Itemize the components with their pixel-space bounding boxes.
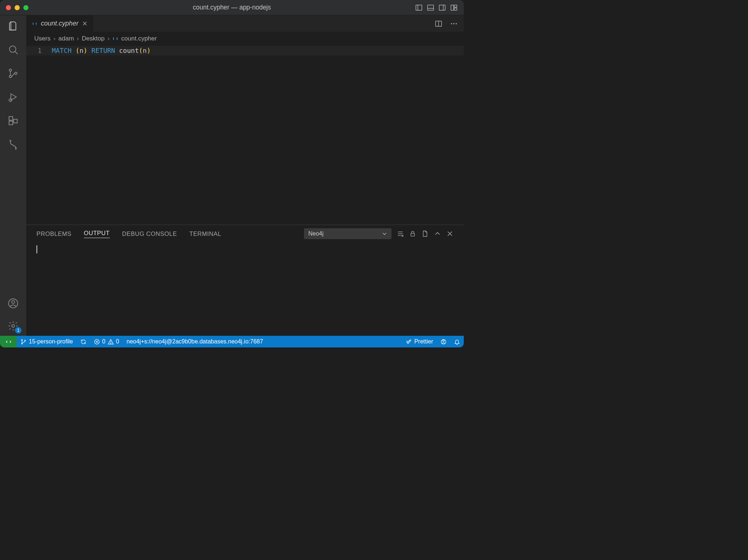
explorer-icon[interactable]: [8, 20, 19, 31]
error-count: 0: [102, 338, 105, 345]
output-channel-value: Neo4j: [308, 230, 324, 237]
prettier-label: Prettier: [414, 338, 433, 345]
close-tab-icon[interactable]: [82, 21, 88, 26]
notifications-item[interactable]: [450, 336, 464, 347]
vscode-window: count.cypher — app-nodejs 1: [0, 0, 464, 347]
svg-point-41: [24, 340, 26, 341]
panel-tab-terminal[interactable]: TERMINAL: [189, 230, 221, 237]
breadcrumb[interactable]: Users › adam › Desktop › count.cypher: [26, 32, 464, 45]
window-title: count.cypher — app-nodejs: [193, 4, 271, 11]
sync-icon: [80, 339, 86, 345]
breadcrumb-seg[interactable]: Users: [34, 35, 50, 42]
tab-label: count.cypher: [41, 20, 78, 27]
activity-bar: 1: [0, 15, 26, 336]
customize-layout-icon[interactable]: [450, 4, 458, 12]
breadcrumb-seg[interactable]: adam: [58, 35, 74, 42]
svg-rect-18: [14, 119, 17, 123]
svg-point-28: [451, 23, 452, 24]
branch-name: 15-person-profile: [29, 338, 73, 345]
cypher-file-icon: [112, 36, 118, 42]
svg-point-39: [22, 339, 23, 341]
maximize-panel-icon[interactable]: [434, 230, 441, 237]
chevron-down-icon: [382, 231, 387, 236]
output-channel-select[interactable]: Neo4j: [304, 228, 392, 239]
tab-bar: count.cypher: [26, 15, 464, 32]
panel-tab-debug-console[interactable]: DEBUG CONSOLE: [122, 230, 177, 237]
panel-tabs: PROBLEMS OUTPUT DEBUG CONSOLE TERMINAL N…: [26, 225, 464, 242]
panel-tab-output[interactable]: OUTPUT: [84, 230, 110, 238]
svg-point-29: [453, 23, 454, 24]
feedback-item[interactable]: [437, 336, 450, 347]
neo4j-connection-item[interactable]: neo4j+s://neo4j@2ac9b0be.databases.neo4j…: [123, 336, 267, 347]
feedback-icon: [440, 339, 447, 345]
bell-icon: [454, 339, 460, 345]
clear-output-icon[interactable]: [397, 230, 404, 237]
code-content[interactable]: MATCH (n) RETURN count(n): [52, 45, 464, 225]
open-log-file-icon[interactable]: [421, 230, 429, 237]
warning-count: 0: [116, 338, 119, 345]
run-debug-icon[interactable]: [8, 92, 19, 102]
svg-line-10: [15, 51, 18, 54]
svg-point-12: [9, 75, 11, 78]
svg-rect-17: [9, 121, 13, 125]
output-body[interactable]: [26, 242, 464, 336]
toggle-primary-sidebar-icon[interactable]: [415, 4, 423, 12]
output-cursor: [36, 245, 37, 253]
close-panel-icon[interactable]: [446, 230, 454, 237]
search-icon[interactable]: [8, 44, 19, 55]
svg-point-13: [15, 72, 17, 74]
svg-rect-8: [454, 8, 457, 10]
neo4j-icon[interactable]: [8, 139, 19, 150]
svg-rect-6: [451, 5, 454, 10]
sync-item[interactable]: [77, 336, 90, 347]
svg-rect-36: [411, 233, 415, 236]
remote-icon: [5, 339, 12, 345]
titlebar-layout-actions: [415, 4, 464, 12]
bottom-panel: PROBLEMS OUTPUT DEBUG CONSOLE TERMINAL N…: [26, 225, 464, 336]
editor-group: count.cypher Users › adam › Desktop › co…: [26, 15, 464, 336]
neo4j-connection-text: neo4j+s://neo4j@2ac9b0be.databases.neo4j…: [127, 338, 263, 345]
manage-button[interactable]: 1: [8, 320, 19, 331]
code-line: MATCH (n) RETURN count(n): [52, 46, 464, 55]
remote-indicator[interactable]: [0, 336, 17, 347]
svg-point-40: [22, 343, 23, 344]
line-gutter: 1: [26, 45, 52, 225]
svg-point-23: [12, 324, 15, 327]
svg-rect-7: [454, 5, 457, 7]
breadcrumb-separator: ›: [53, 35, 55, 42]
git-branch-icon: [20, 339, 27, 345]
split-editor-icon[interactable]: [435, 20, 443, 28]
window-minimize-button[interactable]: [15, 5, 20, 10]
breadcrumb-seg[interactable]: Desktop: [82, 35, 104, 42]
breadcrumb-file[interactable]: count.cypher: [121, 35, 157, 42]
svg-point-22: [12, 300, 15, 303]
check-icon: [406, 339, 412, 345]
toggle-panel-icon[interactable]: [427, 4, 435, 12]
breadcrumb-separator: ›: [108, 35, 110, 42]
window-controls: [0, 5, 28, 10]
tab-count-cypher[interactable]: count.cypher: [26, 15, 94, 32]
breadcrumb-separator: ›: [77, 35, 79, 42]
problems-item[interactable]: 0 0: [90, 336, 123, 347]
prettier-item[interactable]: Prettier: [402, 336, 437, 347]
svg-point-9: [9, 46, 16, 52]
more-actions-icon[interactable]: [450, 20, 458, 28]
window-close-button[interactable]: [6, 5, 11, 10]
svg-point-48: [443, 340, 444, 341]
git-branch-item[interactable]: 15-person-profile: [17, 336, 77, 347]
accounts-icon[interactable]: [8, 298, 19, 309]
toggle-secondary-sidebar-icon[interactable]: [438, 4, 446, 12]
svg-rect-4: [439, 5, 446, 10]
error-icon: [94, 339, 100, 345]
lock-scroll-icon[interactable]: [409, 230, 416, 237]
code-editor[interactable]: 1 MATCH (n) RETURN count(n): [26, 45, 464, 225]
extensions-icon[interactable]: [8, 115, 19, 126]
svg-point-11: [9, 69, 11, 71]
status-bar: 15-person-profile 0 0 neo4j+s://neo4j@2a…: [0, 336, 464, 347]
window-maximize-button[interactable]: [23, 5, 28, 10]
svg-rect-16: [9, 117, 13, 120]
source-control-icon[interactable]: [8, 68, 19, 79]
panel-actions: Neo4j: [304, 228, 454, 239]
panel-tab-problems[interactable]: PROBLEMS: [36, 230, 72, 237]
settings-update-badge: 1: [15, 327, 22, 334]
